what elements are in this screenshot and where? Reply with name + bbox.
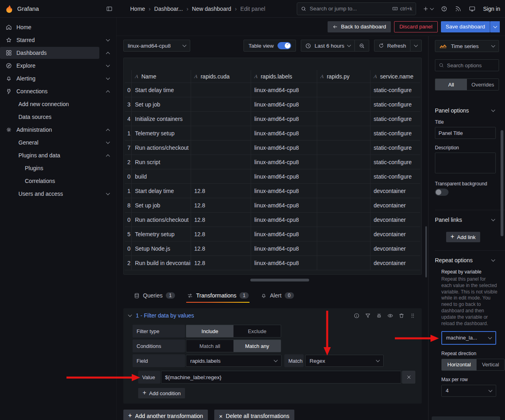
sidebar-toggle-icon[interactable] xyxy=(106,6,113,12)
chevron-down-icon[interactable] xyxy=(99,193,116,195)
search-input[interactable] xyxy=(310,6,389,12)
info-icon[interactable] xyxy=(354,313,360,319)
editor-scrollbar[interactable] xyxy=(425,226,427,277)
option-include[interactable]: Include xyxy=(186,325,233,337)
sidebar-item-starred[interactable]: Starred xyxy=(0,34,99,46)
help-icon[interactable] xyxy=(441,6,447,12)
chevron-down-icon xyxy=(430,6,434,10)
kiosk-mode-icon[interactable] xyxy=(469,6,475,12)
option-overrides[interactable]: Overrides xyxy=(467,79,499,90)
drag-handle-icon[interactable] xyxy=(410,313,416,319)
sidebar-item-alerting[interactable]: Alerting xyxy=(0,72,99,84)
collapse-icon[interactable] xyxy=(128,313,132,317)
column-header-service-name[interactable]: service.name xyxy=(370,70,420,82)
chevron-up-icon[interactable] xyxy=(99,153,116,158)
save-dashboard-caret-button[interactable] xyxy=(490,21,500,32)
table-cell: linux-amd64-cpu8 xyxy=(251,97,317,111)
chevron-down-icon[interactable] xyxy=(99,142,116,143)
column-header-name[interactable]: Name xyxy=(132,70,191,82)
chevron-up-icon[interactable] xyxy=(99,128,116,132)
debug-icon[interactable] xyxy=(376,313,382,319)
breadcrumb-item-home[interactable]: Home xyxy=(130,6,145,12)
next-options-section-peek[interactable] xyxy=(432,416,500,420)
tab-alert[interactable]: Alert0 xyxy=(261,288,294,303)
option-horizontal[interactable]: Horizontal xyxy=(442,359,477,370)
grafana-logo-icon[interactable] xyxy=(5,4,14,13)
option-vertical[interactable]: Vertical xyxy=(477,359,505,370)
template-variable-select[interactable]: linux-amd64-cpu8 xyxy=(123,40,190,52)
sign-in-button[interactable]: Sign in xyxy=(483,6,500,12)
news-icon[interactable] xyxy=(455,6,461,12)
breadcrumb-item-new-dashboard[interactable]: New dashboard xyxy=(192,6,231,12)
sidebar-item-dashboards[interactable]: Dashboards xyxy=(0,47,99,59)
conditions-options: Match allMatch any xyxy=(186,340,281,352)
filter-icon[interactable] xyxy=(365,313,371,319)
add-link-button[interactable]: + Add link xyxy=(446,232,480,242)
table-view-toggle[interactable] xyxy=(278,42,291,49)
panel-description-input[interactable] xyxy=(435,153,496,173)
visualization-picker[interactable]: Time series xyxy=(435,40,499,52)
sidebar-item-correlations[interactable]: Correlations xyxy=(0,175,116,187)
sidebar-item-connections[interactable]: Connections xyxy=(0,85,99,97)
refresh-interval-caret[interactable] xyxy=(410,40,422,52)
save-dashboard-button[interactable]: Save dashboard xyxy=(441,21,490,32)
horizontal-scrollbar[interactable] xyxy=(123,279,422,282)
column-header-rapids-cuda[interactable]: rapids.cuda xyxy=(191,70,251,82)
remove-value-button[interactable] xyxy=(402,371,415,384)
sidebar-item-users-and-access[interactable]: Users and access xyxy=(0,188,99,200)
sidebar-item-administration[interactable]: Administration xyxy=(0,124,99,136)
transformation-title[interactable]: 1 - Filter data by values xyxy=(136,312,194,319)
transparent-background-toggle[interactable] xyxy=(435,189,449,196)
chevron-down-icon[interactable] xyxy=(99,65,116,66)
table-cell: static-configure xyxy=(370,169,420,183)
back-to-dashboard-button[interactable]: Back to dashboard xyxy=(328,21,391,32)
sidebar-item-plugins-and-data[interactable]: Plugins and data xyxy=(0,149,99,161)
options-search[interactable] xyxy=(435,59,499,71)
column-header-rapids-labels[interactable]: rapids.labels xyxy=(251,70,317,82)
chevron-up-icon[interactable] xyxy=(99,89,116,94)
add-condition-button[interactable]: + Add condition xyxy=(138,388,185,398)
brand-title: Grafana xyxy=(17,5,39,12)
option-all[interactable]: All xyxy=(435,79,467,90)
field-select[interactable]: rapids.labels xyxy=(186,355,282,367)
preview-icon[interactable] xyxy=(387,313,393,319)
delete-transformation-icon[interactable] xyxy=(398,313,404,319)
chevron-up-icon[interactable] xyxy=(99,51,116,55)
add-transformation-button[interactable]: + Add another transformation xyxy=(123,410,208,420)
new-menu-button[interactable] xyxy=(423,6,433,12)
zoom-out-button[interactable] xyxy=(355,40,369,52)
search-bar[interactable]: ctrl+k xyxy=(297,2,416,15)
scrollbar-thumb[interactable] xyxy=(250,279,309,281)
options-search-input[interactable] xyxy=(447,62,495,68)
sidebar-item-home[interactable]: Home xyxy=(0,21,116,33)
sidebar-item-general[interactable]: General xyxy=(0,137,99,149)
panel-title-input[interactable] xyxy=(435,127,496,139)
top-nav: Grafana HomeDashboar...New dashboardEdit… xyxy=(0,0,505,18)
column-header-rapids-py[interactable]: rapids.py xyxy=(317,70,370,82)
tab-queries[interactable]: Queries1 xyxy=(134,288,175,303)
sidebar-item-data-sources[interactable]: Data sources xyxy=(0,111,116,123)
time-range-picker[interactable]: Last 6 hours xyxy=(301,40,354,52)
match-select[interactable]: Regex xyxy=(305,355,384,367)
sidebar-item-add-new-connection[interactable]: Add new connection xyxy=(0,98,116,110)
option-exclude[interactable]: Exclude xyxy=(233,325,281,337)
panel-options-heading[interactable]: Panel options xyxy=(435,107,495,114)
discard-panel-button[interactable]: Discard panel xyxy=(394,21,438,32)
panel-links-heading[interactable]: Panel links xyxy=(435,217,495,223)
refresh-button[interactable]: Refresh xyxy=(374,40,410,52)
max-per-row-select[interactable]: 4 xyxy=(441,385,496,397)
sidebar-item-plugins[interactable]: Plugins xyxy=(0,162,116,174)
delete-all-transformations-button[interactable]: × Delete all transformations xyxy=(214,410,294,420)
options-scrollbar[interactable] xyxy=(501,130,503,236)
repeat-options-heading[interactable]: Repeat options xyxy=(435,257,495,263)
option-match-all[interactable]: Match all xyxy=(186,340,233,352)
chevron-down-icon[interactable] xyxy=(99,78,116,79)
sidebar-item-explore[interactable]: Explore xyxy=(0,60,99,72)
tab-transformations[interactable]: Transformations1 xyxy=(187,288,249,303)
breadcrumb-item-dashboar[interactable]: Dashboar... xyxy=(154,6,183,12)
chevron-down-icon[interactable] xyxy=(99,39,116,41)
option-match-any[interactable]: Match any xyxy=(233,340,281,352)
zoom-out-icon xyxy=(359,43,365,49)
repeat-variable-select[interactable]: machine_la... xyxy=(441,331,496,345)
value-input[interactable] xyxy=(161,371,401,384)
